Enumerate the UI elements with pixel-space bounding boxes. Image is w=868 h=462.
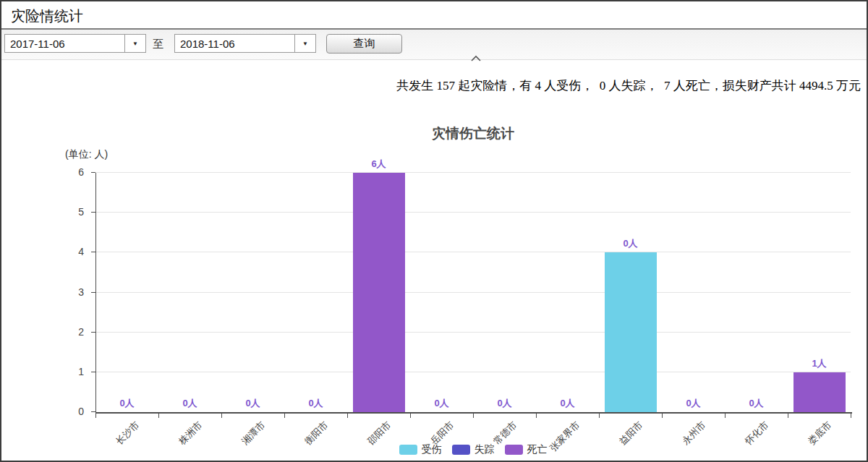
y-tick-mark	[91, 212, 95, 213]
x-tick-mark	[284, 414, 285, 418]
y-axis-tick-label: 3	[61, 286, 84, 298]
dropdown-arrow-icon[interactable]: ▼	[124, 35, 145, 52]
x-tick-mark	[158, 414, 159, 418]
x-tick-mark	[410, 414, 411, 418]
y-tick-mark	[91, 172, 95, 173]
y-axis-tick-label: 2	[61, 326, 84, 338]
bar-娄底市[interactable]	[793, 372, 846, 412]
legend-item-失踪[interactable]: 失踪	[452, 443, 495, 456]
bar-value-label: 0人	[416, 397, 468, 410]
x-tick-mark	[221, 414, 222, 418]
end-date-picker[interactable]: 2018-11-06 ▼	[174, 34, 316, 53]
y-axis-tick-label: 0	[61, 406, 84, 417]
y-axis-tick-label: 5	[61, 206, 84, 218]
legend-item-死亡[interactable]: 死亡	[505, 443, 548, 456]
legend-item-受伤[interactable]: 受伤	[399, 443, 442, 456]
bar-value-label: 0人	[227, 397, 279, 410]
y-axis-tick-label: 4	[61, 246, 84, 257]
y-axis-tick-label: 6	[61, 166, 84, 178]
y-axis-line	[95, 173, 96, 412]
y-axis-tick-label: 1	[61, 366, 84, 377]
legend-swatch	[505, 445, 523, 455]
y-tick-mark	[91, 332, 95, 333]
query-toolbar: 2017-11-06 ▼ 至 2018-11-06 ▼ 查询	[1, 30, 867, 60]
x-tick-mark	[851, 414, 851, 418]
start-date-value: 2017-11-06	[5, 38, 124, 50]
gridline	[96, 172, 851, 173]
chart-unit-label: (单位: 人)	[65, 148, 108, 161]
gridline	[96, 212, 851, 213]
x-axis-line	[95, 412, 852, 414]
gridline	[96, 372, 851, 372]
chart-title: 灾情伤亡统计	[95, 124, 851, 143]
date-range-to-label: 至	[153, 38, 163, 51]
x-tick-mark	[662, 414, 663, 418]
start-date-picker[interactable]: 2017-11-06 ▼	[4, 34, 146, 53]
bar-value-label: 1人	[793, 357, 846, 370]
x-tick-mark	[95, 414, 96, 418]
bar-value-label: 0人	[731, 397, 783, 410]
query-button[interactable]: 查询	[326, 34, 402, 54]
legend-swatch	[399, 445, 417, 455]
bar-邵阳市[interactable]	[353, 173, 405, 412]
x-tick-mark	[347, 414, 348, 418]
bar-value-label: 0人	[164, 397, 216, 410]
dropdown-arrow-icon[interactable]: ▼	[294, 35, 315, 52]
plot-area: 01234560人长沙市0人株洲市0人湘潭市0人衡阳市6人邵阳市0人岳阳市0人常…	[95, 173, 851, 412]
bar-value-label: 0人	[290, 397, 342, 410]
bar-value-label: 6人	[353, 158, 405, 171]
bar-value-label: 0人	[101, 397, 153, 410]
gridline	[96, 252, 851, 252]
legend-label: 死亡	[527, 443, 548, 456]
x-tick-mark	[788, 414, 788, 418]
legend-swatch	[452, 445, 470, 455]
disaster-stats-page: 灾险情统计 2017-11-06 ▼ 至 2018-11-06 ▼ 查询 共发生…	[0, 0, 868, 462]
bar-value-label: 0人	[479, 397, 531, 410]
y-tick-mark	[91, 252, 95, 252]
y-tick-mark	[91, 372, 95, 372]
x-tick-mark	[725, 414, 726, 418]
legend-label: 受伤	[422, 443, 442, 456]
y-tick-mark	[91, 411, 95, 412]
y-tick-mark	[91, 292, 95, 293]
x-tick-mark	[536, 414, 537, 418]
bar-益阳市[interactable]	[605, 252, 657, 412]
x-tick-mark	[599, 414, 600, 418]
collapse-chevron-icon[interactable]	[470, 52, 482, 59]
summary-text: 共发生 157 起灾险情，有 4 人受伤， 0 人失踪， 7 人死亡，损失财产共…	[396, 77, 861, 94]
bar-value-label: 0人	[542, 397, 594, 410]
page-header: 灾险情统计	[1, 1, 867, 30]
gridline	[96, 292, 851, 293]
chart-legend: 受伤失踪死亡	[95, 443, 851, 456]
bar-value-label: 0人	[668, 397, 720, 410]
bar-value-label: 0人	[605, 237, 657, 250]
page-title: 灾险情统计	[1, 1, 867, 26]
legend-label: 失踪	[475, 443, 495, 456]
gridline	[96, 332, 851, 333]
end-date-value: 2018-11-06	[175, 38, 294, 50]
x-tick-mark	[473, 414, 474, 418]
